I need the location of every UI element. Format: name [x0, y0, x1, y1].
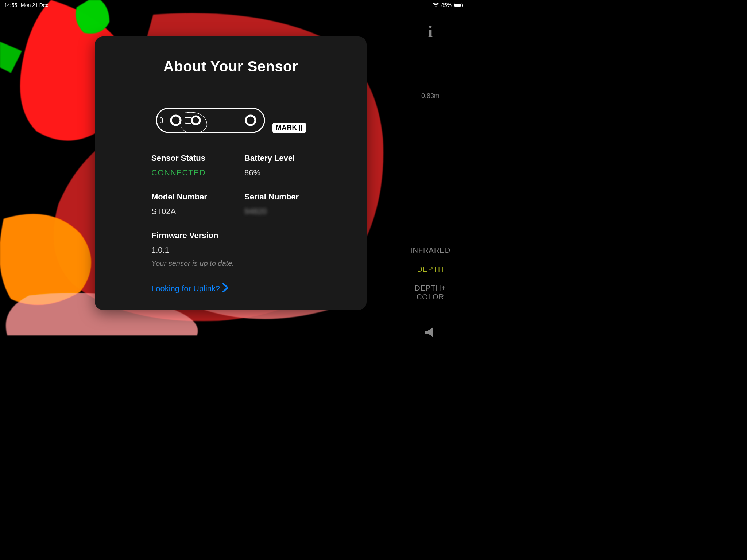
- cell-firmware: Firmware Version 1.0.1 Your sensor is up…: [151, 231, 330, 268]
- mark-badge: MARK: [272, 122, 306, 133]
- svg-rect-5: [185, 117, 191, 123]
- sensor-illustration-row: MARK: [117, 108, 345, 133]
- info-icon[interactable]: i: [428, 22, 433, 41]
- cell-serial: Serial Number 94820: [244, 192, 330, 216]
- value-serial: 94820: [244, 207, 330, 216]
- svg-point-4: [192, 116, 200, 124]
- modal-title: About Your Sensor: [117, 58, 345, 75]
- uplink-link-label: Looking for Uplink?: [151, 284, 220, 293]
- mode-depth[interactable]: DEPTH: [417, 265, 444, 273]
- announce-icon[interactable]: [424, 327, 437, 339]
- mode-infrared[interactable]: INFRARED: [410, 246, 450, 254]
- label-sensor-status: Sensor Status: [151, 153, 237, 163]
- mode-list: INFRARED DEPTH DEPTH+ COLOR: [410, 246, 450, 301]
- status-battery-pct: 85%: [441, 2, 452, 8]
- cell-model: Model Number ST02A: [151, 192, 237, 216]
- sensor-icon: [156, 108, 265, 133]
- wifi-icon: [433, 2, 439, 8]
- chevron-right-icon: [222, 283, 229, 295]
- value-model: ST02A: [151, 207, 237, 216]
- status-date: Mon 21 Dec: [21, 2, 48, 8]
- mark2-icon: [299, 125, 302, 131]
- about-sensor-modal: About Your Sensor MARK Sensor Status CON…: [95, 36, 367, 310]
- label-battery: Battery Level: [244, 153, 330, 163]
- status-time: 14:55: [4, 2, 17, 8]
- label-firmware: Firmware Version: [151, 231, 330, 240]
- cell-sensor-status: Sensor Status CONNECTED: [151, 153, 237, 178]
- svg-point-6: [246, 116, 255, 125]
- firmware-note: Your sensor is up to date.: [151, 259, 330, 268]
- battery-icon: [454, 3, 462, 7]
- status-bar: 14:55 Mon 21 Dec 85%: [0, 0, 467, 10]
- value-sensor-status: CONNECTED: [151, 168, 237, 178]
- mode-depth-color[interactable]: DEPTH+ COLOR: [415, 284, 446, 301]
- mark-badge-label: MARK: [276, 124, 297, 132]
- uplink-link[interactable]: Looking for Uplink?: [117, 283, 345, 295]
- label-serial: Serial Number: [244, 192, 330, 202]
- svg-rect-1: [156, 108, 264, 132]
- svg-rect-2: [160, 118, 162, 123]
- svg-point-3: [171, 116, 181, 125]
- side-panel: i 0.83m INFRARED DEPTH DEPTH+ COLOR: [394, 0, 467, 350]
- cell-battery: Battery Level 86%: [244, 153, 330, 178]
- value-firmware: 1.0.1: [151, 245, 330, 255]
- sensor-info-grid: Sensor Status CONNECTED Battery Level 86…: [117, 153, 345, 268]
- value-battery: 86%: [244, 168, 330, 178]
- label-model: Model Number: [151, 192, 237, 202]
- distance-readout: 0.83m: [421, 92, 440, 100]
